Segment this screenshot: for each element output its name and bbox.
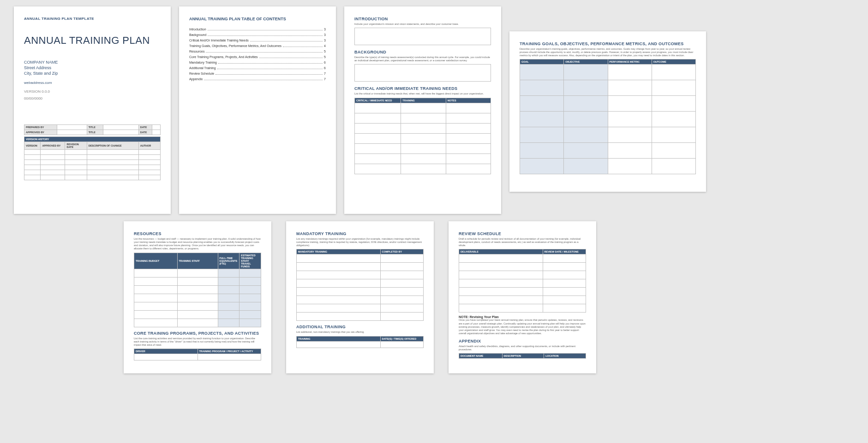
core-heading: CORE TRAINING PROGRAMS, PROJECTS, AND AC… — [134, 331, 261, 336]
date-cell-2[interactable] — [152, 130, 161, 135]
table-row[interactable] — [297, 304, 424, 313]
col-fte: FULL-TIME EQUIVALENTS (FTE) — [218, 253, 239, 269]
table-row[interactable] — [297, 279, 424, 288]
table-row[interactable] — [355, 103, 491, 113]
introduction-desc: Include your organization's mission and … — [354, 23, 491, 26]
page-4-goals: TRAINING GOALS, OBJECTIVES, PERFORMANCE … — [509, 31, 706, 192]
page-2-toc: ANNUAL TRAINING PLAN TABLE OF CONTENTS I… — [179, 6, 336, 214]
table-row[interactable] — [24, 175, 161, 180]
toc-item[interactable]: Appendix7 — [189, 77, 326, 81]
resources-table: TRAINING BUDGET TRAINING STAFF FULL-TIME… — [134, 253, 261, 327]
toc-item[interactable]: Background3 — [189, 33, 326, 37]
table-row[interactable] — [297, 254, 424, 263]
table-row[interactable] — [520, 96, 696, 112]
table-row[interactable] — [134, 302, 261, 310]
note-desc: Once you have completed your basic annua… — [459, 319, 586, 335]
mandatory-table: MANDATORY TRAINING COMPLETED BY — [296, 249, 424, 321]
table-row[interactable] — [459, 271, 586, 279]
date-cell-1[interactable] — [152, 125, 161, 130]
table-row[interactable] — [24, 155, 161, 160]
table-row[interactable] — [355, 154, 491, 164]
additional-heading: ADDITIONAL TRAINING — [296, 325, 424, 329]
table-row[interactable] — [297, 296, 424, 304]
table-row[interactable] — [24, 170, 161, 175]
core-table: DRIVER TRAINING PROGRAM / PROJECT / ACTI… — [134, 348, 261, 360]
toc-list: Introduction3 Background3 Critical And/O… — [189, 28, 326, 81]
table-row[interactable] — [355, 143, 491, 154]
title-cell-2[interactable] — [103, 130, 139, 135]
table-row[interactable] — [520, 143, 696, 159]
toc-item[interactable]: Introduction3 — [189, 28, 326, 31]
table-row[interactable] — [459, 279, 586, 288]
table-row[interactable] — [134, 269, 261, 277]
table-row[interactable] — [297, 263, 424, 271]
critical-needs-table: CRITICAL / IMMEDIATE NEED TRAINING NOTES — [354, 98, 491, 174]
template-header: ANNUAL TRAINING PLAN TEMPLATE — [24, 17, 161, 21]
table-row[interactable] — [520, 65, 696, 80]
table-row[interactable] — [459, 304, 586, 313]
table-row[interactable] — [520, 127, 696, 143]
title-label-1: TITLE — [87, 125, 103, 130]
table-row[interactable] — [520, 159, 696, 174]
table-row[interactable] — [355, 133, 491, 143]
table-row[interactable] — [24, 150, 161, 155]
date-label-2: DATE — [138, 130, 152, 135]
table-row[interactable] — [459, 288, 586, 296]
table-row[interactable] — [355, 123, 491, 133]
table-row[interactable] — [520, 80, 696, 96]
table-row[interactable] — [297, 288, 424, 296]
title-cell-1[interactable] — [103, 125, 139, 130]
table-row[interactable] — [355, 113, 491, 123]
toc-item[interactable]: Critical And/Or Immediate Training Needs… — [189, 39, 326, 42]
col-man-training: MANDATORY TRAINING — [297, 249, 381, 254]
page-3-intro: INTRODUCTION Include your organization's… — [344, 6, 501, 214]
table-row[interactable] — [459, 296, 586, 304]
doc-title: ANNUAL TRAINING PLAN — [24, 35, 161, 47]
table-row[interactable] — [355, 164, 491, 174]
toc-item[interactable]: Core Training Programs, Projects, And Ac… — [189, 55, 326, 59]
table-row[interactable] — [297, 313, 424, 321]
col-completed: COMPLETED BY — [380, 249, 424, 254]
table-row[interactable] — [134, 277, 261, 285]
background-desc: Describe the type(s) of training needs a… — [354, 56, 491, 62]
table-row[interactable] — [24, 165, 161, 170]
table-row[interactable] — [134, 294, 261, 302]
table-row[interactable] — [297, 341, 424, 348]
col-metric: PERFORMANCE METRIC — [608, 59, 652, 65]
resources-heading: RESOURCES — [134, 231, 261, 236]
background-input[interactable] — [354, 64, 491, 82]
table-row[interactable] — [134, 285, 261, 294]
approved-by-cell[interactable] — [57, 130, 87, 135]
introduction-input[interactable] — [354, 28, 491, 45]
toc-item[interactable]: Review Schedule7 — [189, 72, 326, 76]
col-goal: GOAL — [520, 59, 564, 65]
col-review-date: REVIEW DATE / MILESTONE — [543, 249, 586, 254]
table-row[interactable] — [134, 319, 261, 327]
toc-title: ANNUAL TRAINING PLAN TABLE OF CONTENTS — [189, 17, 326, 21]
date-text: 00/00/0000 — [24, 96, 161, 100]
approved-by-label: APPROVED BY — [24, 130, 57, 135]
table-row[interactable] — [24, 160, 161, 165]
col-training: TRAINING — [401, 98, 446, 103]
toc-item[interactable]: Mandatory Training6 — [189, 61, 326, 65]
goals-table: GOAL OBJECTIVE PERFORMANCE METRIC OUTCOM… — [520, 59, 696, 174]
resources-desc: List the resources — budget and staff — … — [134, 237, 261, 251]
toc-item[interactable]: Resources5 — [189, 50, 326, 53]
page-7-review: REVIEW SCHEDULE Draft a schedule for per… — [449, 221, 596, 373]
table-row[interactable] — [459, 254, 586, 263]
version-history-table: VERSION HISTORY VERSION APPROVED BY REVI… — [24, 136, 161, 180]
vh-col-desc: DESCRIPTION OF CHANGE — [87, 142, 138, 150]
col-program: TRAINING PROGRAM / PROJECT / ACTIVITY — [198, 348, 261, 354]
table-row[interactable] — [459, 263, 586, 271]
prepared-by-cell[interactable] — [57, 125, 87, 130]
toc-item[interactable]: Additional Training6 — [189, 66, 326, 70]
table-row[interactable] — [297, 271, 424, 279]
table-row[interactable] — [520, 112, 696, 127]
company-name: COMPANY NAME — [24, 59, 161, 65]
table-row[interactable] — [134, 310, 261, 319]
col-staff: TRAINING STAFF — [177, 253, 218, 269]
col-travel: ESTIMATED TRAINING STAFF TRAVEL FUNDS — [239, 253, 261, 269]
toc-item[interactable]: Training Goals, Objectives, Performance … — [189, 44, 326, 48]
table-row[interactable] — [134, 354, 261, 360]
city-state-zip: City, State and Zip — [24, 71, 161, 76]
